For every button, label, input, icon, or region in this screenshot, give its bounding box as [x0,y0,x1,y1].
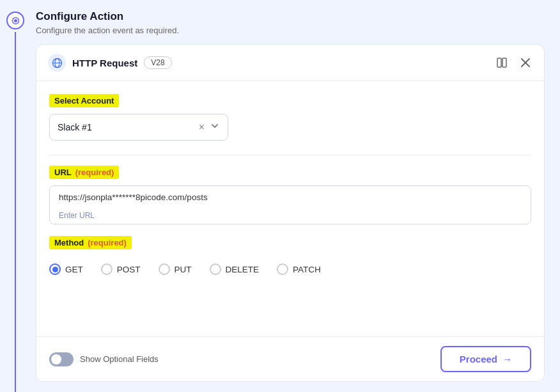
method-section: Method(required) GET POST [49,236,531,275]
method-delete[interactable]: DELETE [210,263,260,275]
main-content: Configure Action Configure the action ev… [31,0,560,392]
proceed-arrow-icon: → [502,354,512,365]
method-get[interactable]: GET [49,263,83,275]
service-name: HTTP Request [72,58,137,68]
section-divider-1 [49,155,531,155]
page-title: Configure Action [36,10,545,23]
radio-get-label: GET [65,265,83,274]
version-badge: V28 [144,56,171,69]
account-clear-icon[interactable]: × [199,122,205,133]
radio-put-circle [159,263,170,275]
toggle-label: Show Optional Fields [80,354,159,364]
account-dropdown-icon[interactable] [210,121,220,134]
left-rail [0,0,31,392]
page-subtitle: Configure the action event as required. [36,26,545,35]
radio-delete-label: DELETE [226,265,260,274]
card-header-right [494,55,533,70]
account-select[interactable]: Slack #1 × [49,114,228,141]
radio-put-label: PUT [175,265,192,274]
method-radio-group: GET POST PUT DELETE [49,263,531,275]
svg-rect-5 [497,58,501,67]
close-button[interactable] [518,56,533,70]
radio-get-circle [49,263,61,275]
select-account-label: Select Account [49,94,119,107]
url-input-wrapper: Enter URL [49,185,531,224]
select-account-section: Select Account Slack #1 × [49,94,531,141]
method-post[interactable]: POST [101,263,141,275]
proceed-label: Proceed [460,354,497,365]
expand-button[interactable] [494,55,509,70]
url-section: URL(required) Enter URL [49,166,531,224]
url-placeholder-hint: Enter URL [50,208,531,224]
url-input[interactable] [50,186,531,208]
method-put[interactable]: PUT [159,263,192,275]
radio-post-circle [101,263,113,275]
card-footer: Show Optional Fields Proceed → [36,336,544,381]
svg-rect-6 [502,58,506,67]
toggle-knob [51,354,61,365]
svg-point-1 [14,19,17,22]
account-select-value: Slack #1 [58,122,199,132]
method-label: Method(required) [49,236,132,249]
card-header-left: HTTP Request V28 [48,54,172,72]
action-card: HTTP Request V28 [36,44,545,382]
card-body: Select Account Slack #1 × [36,81,544,336]
radio-patch-label: PATCH [293,265,321,274]
step-line [15,32,16,392]
radio-delete-circle [210,263,221,275]
proceed-button[interactable]: Proceed → [440,346,531,372]
step-circle [6,12,24,29]
radio-patch-circle [277,263,288,275]
card-header: HTTP Request V28 [36,45,544,81]
method-patch[interactable]: PATCH [277,263,321,275]
optional-fields-toggle[interactable] [49,352,74,366]
radio-post-label: POST [117,265,141,274]
toggle-wrapper: Show Optional Fields [49,352,159,366]
service-icon [48,54,66,72]
url-label: URL(required) [49,166,119,179]
account-select-actions: × [199,121,220,134]
